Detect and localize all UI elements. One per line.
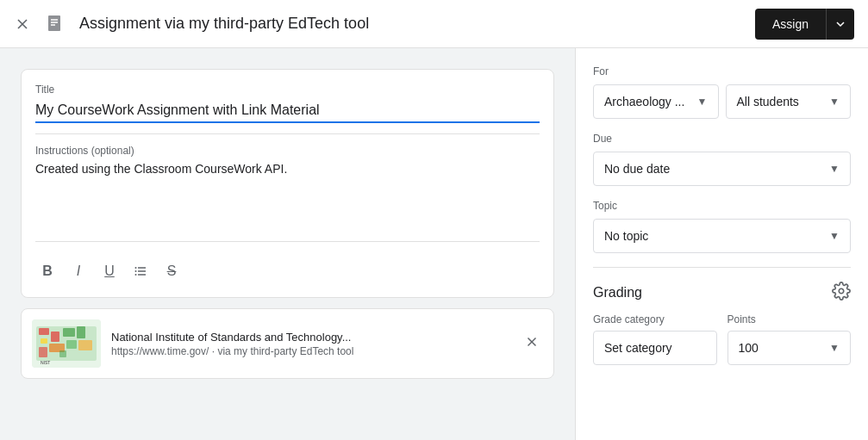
title-divider (35, 133, 540, 134)
class-select[interactable]: Archaeology ... ▼ (593, 84, 719, 119)
link-info: National Institute of Standards and Tech… (111, 331, 510, 357)
grading-header: Grading (593, 282, 851, 303)
assignment-card: Title Instructions (optional) Created us… (21, 69, 554, 298)
assign-dropdown-button[interactable] (826, 9, 854, 40)
strikethrough-button[interactable]: S (159, 259, 184, 283)
assign-button-group: Assign (755, 9, 854, 40)
doc-icon (41, 10, 69, 38)
svg-rect-2 (48, 15, 60, 31)
link-url-text: https://www.time.gov/ (111, 345, 209, 357)
svg-point-11 (135, 274, 137, 276)
grade-category-col: Grade category Set category (593, 313, 717, 365)
instructions-field-group: Instructions (optional) Created using th… (35, 145, 540, 231)
svg-rect-16 (41, 338, 47, 344)
topic-label: Topic (593, 200, 851, 212)
link-url: https://www.time.gov/ · via my third-par… (111, 345, 510, 357)
link-attribution: · via my third-party EdTech tool (212, 345, 354, 357)
svg-rect-17 (63, 328, 75, 337)
map-image: NIST (32, 319, 101, 368)
svg-text:NIST: NIST (41, 360, 50, 365)
topic-section: Topic No topic ▼ (593, 200, 851, 253)
link-title: National Institute of Standards and Tech… (111, 331, 510, 344)
bold-button[interactable]: B (35, 259, 59, 283)
class-chevron-icon: ▼ (697, 96, 708, 108)
students-select-value: All students (737, 95, 799, 108)
points-label: Points (727, 313, 852, 325)
svg-rect-21 (78, 340, 92, 350)
due-chevron-icon: ▼ (829, 163, 840, 175)
left-panel: Title Instructions (optional) Created us… (0, 48, 575, 440)
svg-rect-14 (39, 328, 49, 335)
instructions-label: Instructions (optional) (35, 145, 540, 157)
for-select-row: Archaeology ... ▼ All students ▼ (593, 84, 851, 119)
link-thumbnail: NIST (32, 319, 101, 368)
topic-chevron-icon: ▼ (829, 230, 840, 242)
gear-icon (832, 282, 851, 301)
set-category-button[interactable]: Set category (593, 331, 717, 365)
topic-select[interactable]: No topic ▼ (593, 219, 851, 253)
due-section: Due No due date ▼ (593, 133, 851, 186)
svg-rect-15 (51, 332, 59, 342)
points-select[interactable]: 100 ▼ (727, 331, 852, 365)
grade-category-label: Grade category (593, 313, 717, 325)
main-content: Title Instructions (optional) Created us… (0, 48, 868, 440)
topic-value: No topic (604, 229, 648, 243)
title-label: Title (35, 84, 540, 96)
points-col: Points 100 ▼ (727, 313, 852, 365)
formatting-toolbar: B I U S (35, 252, 540, 283)
link-remove-button[interactable] (521, 331, 543, 357)
page-title: Assignment via my third-party EdTech too… (79, 15, 745, 33)
link-card: NIST National Institute of Standards and… (21, 308, 554, 379)
grading-divider (593, 267, 851, 268)
title-input[interactable] (35, 99, 540, 123)
due-date-value: No due date (604, 162, 670, 176)
underline-button[interactable]: U (97, 259, 122, 283)
for-section: For Archaeology ... ▼ All students ▼ (593, 65, 851, 119)
instructions-text[interactable]: Created using the Classroom CourseWork A… (35, 162, 540, 231)
assign-button[interactable]: Assign (755, 9, 826, 40)
grade-row: Grade category Set category Points 100 ▼ (593, 313, 851, 365)
points-value: 100 (739, 341, 759, 355)
list-button[interactable] (128, 259, 153, 283)
for-label: For (593, 65, 851, 77)
svg-rect-23 (59, 350, 66, 357)
grading-settings-button[interactable] (832, 282, 851, 303)
close-button[interactable] (14, 15, 31, 33)
chevron-down-icon (835, 19, 846, 29)
svg-point-9 (135, 267, 137, 269)
students-chevron-icon: ▼ (829, 96, 840, 108)
italic-button[interactable]: I (66, 259, 91, 283)
svg-point-27 (839, 288, 844, 294)
svg-rect-22 (39, 347, 47, 357)
due-date-select[interactable]: No due date ▼ (593, 152, 851, 186)
students-select[interactable]: All students ▼ (726, 84, 852, 119)
top-bar: Assignment via my third-party EdTech too… (0, 0, 868, 48)
class-select-value: Archaeology ... (604, 95, 684, 108)
grading-section: Grading Grade category Set category Poin… (593, 282, 851, 365)
grading-title: Grading (593, 285, 642, 301)
svg-rect-18 (77, 326, 85, 338)
svg-point-10 (135, 270, 137, 272)
points-chevron-icon: ▼ (829, 342, 840, 354)
svg-rect-19 (66, 340, 77, 349)
toolbar-divider (35, 241, 540, 242)
due-label: Due (593, 133, 851, 145)
title-field-group: Title (35, 84, 540, 123)
right-panel: For Archaeology ... ▼ All students ▼ Due… (575, 48, 868, 440)
